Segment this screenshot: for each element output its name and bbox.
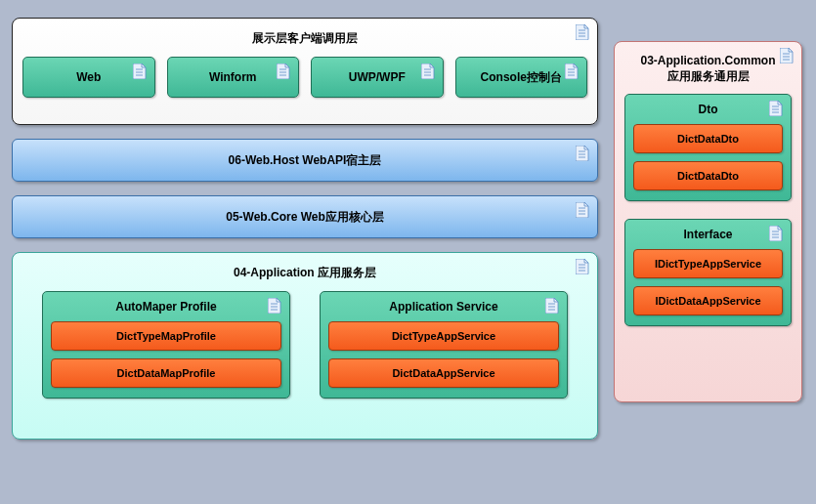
client-web: Web <box>22 57 155 98</box>
dto-box: Dto DictDataDto DictDataDto <box>624 94 792 201</box>
common-title-line2: 应用服务通用层 <box>667 69 750 83</box>
appservice-title: Application Service <box>328 298 559 321</box>
client-uwp-wpf: UWP/WPF <box>311 57 444 98</box>
appservice-box: Application Service DictTypeAppService D… <box>320 291 568 399</box>
web-host-title: 06-Web.Host WebAPI宿主层 <box>229 152 382 169</box>
automapper-box: AutoMaper Profile DictTypeMapProfile Dic… <box>42 291 290 399</box>
presentation-title: 展示层客户端调用层 <box>22 26 587 57</box>
interface-item: IDictTypeAppService <box>633 249 783 278</box>
item-label: DictDataDto <box>677 170 739 182</box>
document-icon <box>545 298 559 314</box>
client-label: Console控制台 <box>481 69 562 86</box>
document-icon <box>576 24 589 40</box>
document-icon <box>769 101 783 116</box>
client-label: UWP/WPF <box>349 70 406 84</box>
application-title: 04-Application 应用服务层 <box>22 261 587 291</box>
left-column: 展示层客户端调用层 Web Winform UWP/WPF Console控制台 <box>12 18 598 453</box>
appservice-item: DictDataAppService <box>328 358 559 388</box>
document-icon <box>576 146 589 161</box>
item-label: DictDataDto <box>677 133 739 145</box>
item-label: DictTypeAppService <box>392 330 495 342</box>
dto-item: DictDataDto <box>633 161 783 190</box>
document-icon <box>769 226 783 241</box>
interface-box: Interface IDictTypeAppService IDictDataA… <box>624 219 792 326</box>
web-host-bar: 06-Web.Host WebAPI宿主层 <box>12 139 598 182</box>
appservice-item: DictTypeAppService <box>328 321 559 351</box>
item-label: IDictDataAppService <box>655 295 760 307</box>
document-icon <box>421 63 435 79</box>
diagram-canvas: 展示层客户端调用层 Web Winform UWP/WPF Console控制台 <box>0 0 816 504</box>
automapper-title: AutoMaper Profile <box>51 298 281 321</box>
document-icon <box>133 63 147 79</box>
item-label: DictTypeMapProfile <box>116 330 216 342</box>
client-label: Web <box>76 70 101 84</box>
document-icon <box>277 63 290 79</box>
web-core-title: 05-Web.Core Web应用核心层 <box>226 209 384 226</box>
client-console: Console控制台 <box>455 57 588 98</box>
automapper-item: DictDataMapProfile <box>51 358 281 388</box>
common-title-line1: 03-Application.Common <box>640 54 775 67</box>
common-title: 03-Application.Common 应用服务通用层 <box>624 50 792 94</box>
dto-item: DictDataDto <box>633 124 783 153</box>
presentation-panel: 展示层客户端调用层 Web Winform UWP/WPF Console控制台 <box>12 18 598 125</box>
client-row: Web Winform UWP/WPF Console控制台 <box>22 57 587 98</box>
client-winform: Winform <box>167 57 300 98</box>
document-icon <box>576 259 589 274</box>
common-panel: 03-Application.Common 应用服务通用层 Dto DictDa… <box>614 41 802 402</box>
document-icon <box>268 298 281 314</box>
client-label: Winform <box>209 70 257 84</box>
automapper-item: DictTypeMapProfile <box>51 321 281 351</box>
item-label: IDictTypeAppService <box>655 258 761 270</box>
document-icon <box>565 63 579 79</box>
item-label: DictDataAppService <box>392 367 494 379</box>
document-icon <box>780 48 794 63</box>
right-column: 03-Application.Common 应用服务通用层 Dto DictDa… <box>614 41 802 416</box>
interface-item: IDictDataAppService <box>633 286 783 315</box>
dto-title: Dto <box>633 101 783 124</box>
application-panel: 04-Application 应用服务层 AutoMaper Profile D… <box>12 252 598 440</box>
application-inner-row: AutoMaper Profile DictTypeMapProfile Dic… <box>22 291 587 399</box>
item-label: DictDataMapProfile <box>117 367 216 379</box>
document-icon <box>576 202 589 218</box>
web-core-bar: 05-Web.Core Web应用核心层 <box>12 195 598 238</box>
interface-title: Interface <box>633 226 783 249</box>
